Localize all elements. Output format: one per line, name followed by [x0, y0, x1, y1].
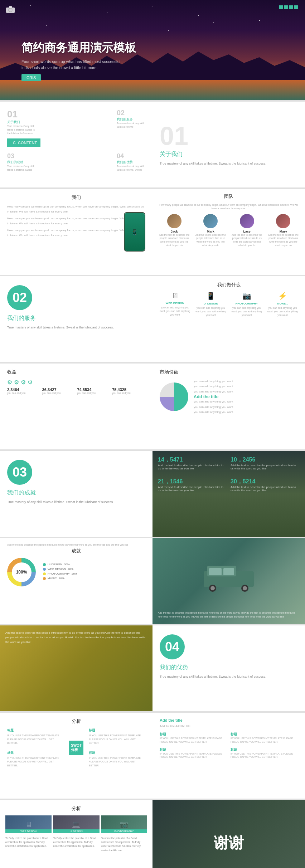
toc-slide: 01 关于我们 True masters of any skill takes …: [0, 102, 152, 187]
avatar-mark: [203, 214, 218, 228]
role-mary: Add the text to describe the people intr…: [267, 233, 300, 247]
swot-text-4: IF YOU USE THIS POWERPOINT TEMPLATE PLEA…: [89, 756, 145, 768]
add-title-slide: Add the title Add the title Add the titl…: [152, 713, 305, 799]
swot-text-1: IF YOU USE THIS POWERPOINT TEMPLATE PLEA…: [7, 734, 64, 745]
legend-web: WEB DESIGN 40%: [43, 567, 77, 571]
content-label: CONTENT: [18, 141, 37, 145]
photo-analysis-slide: 分析 🖥 WEB DESIGN 💻 UI DESIGN 📷 PHOTOGRAPH…: [0, 800, 152, 868]
stat-num-4: 30，5214: [231, 478, 300, 486]
advantage-circle-num: 04: [160, 634, 185, 659]
toc-desc-04: True masters of any skill takes a lifeti…: [117, 165, 145, 172]
photo-label-2: UI DESIGN: [53, 829, 99, 833]
service-text: True mastery of any skill takes a lifeti…: [7, 325, 145, 330]
legend-label-music: MUSIC: [48, 577, 57, 580]
team-slide: 团队 How many people we team up at our com…: [152, 189, 305, 275]
rev-icon-3: ⚙: [21, 379, 26, 386]
name-jack: Jack: [158, 230, 191, 233]
stat-3: 21，1546 Add the text to describe the peo…: [158, 478, 227, 492]
market-sub-3: you can add anything you want: [194, 410, 233, 415]
about-intro-slide: 01 关于我们 True mastery of any skill takes …: [152, 102, 305, 187]
swot-label-4: 标题: [89, 751, 145, 755]
rev-icon-1: ⚙: [7, 379, 12, 386]
team-intro: How many people we team up at our compan…: [158, 203, 300, 210]
teal-dots-decoration: [279, 5, 298, 9]
swot-text-2: IF YOU USE THIS POWERPOINT TEMPLATE PLEA…: [89, 734, 145, 745]
success-slide: Add the text to describe the people intr…: [0, 538, 152, 624]
row-bottom: 分析 🖥 WEB DESIGN 💻 UI DESIGN 📷 PHOTOGRAPH…: [0, 800, 305, 868]
swot-left-slide: 分析 标题 IF YOU USE THIS POWERPOINT TEMPLAT…: [0, 713, 152, 799]
advantage-text: True mastery of any skill takes a lifeti…: [160, 674, 298, 679]
rev-icon-4: ⚙: [28, 379, 33, 386]
add-label-3: 标题: [160, 747, 227, 752]
toc-desc-01: True masters of any skill takes a lifeti…: [7, 125, 36, 135]
stat-desc-4: Add the text to describe the people intr…: [231, 486, 300, 492]
services-list: 🖥 WEB DESIGN you can add anything you wa…: [160, 292, 298, 317]
revenue-slide: 收益 ⚙ ⚙ ⚙ ⚙ 2,3464 you can add you 36,342…: [0, 364, 152, 449]
webdesign-name: WEB DESIGN: [160, 302, 190, 305]
toc-num-04: 04: [117, 152, 145, 160]
add-item-4: 标题 IF YOU USE THIS POWERPOINT TEMPLATE P…: [231, 747, 298, 759]
content-box: C CONTENT: [7, 138, 40, 147]
achieve-title: 我们的成就: [7, 489, 145, 497]
row-10-11: 03 我们的成就 True mastery of any skill takes…: [0, 451, 305, 537]
role-mark: Add the text to describe the people intr…: [194, 233, 227, 247]
stat-2: 10，2456 Add the text to describe the peo…: [231, 456, 300, 470]
legend-dot-web: [43, 568, 46, 571]
donut-chart: 100%: [7, 558, 36, 586]
cris-button[interactable]: CRIS: [21, 74, 41, 81]
leaves-text: Add the text to describe this people int…: [0, 625, 152, 650]
toc-desc-02: True masters of any skill takes a lifeti…: [117, 122, 145, 129]
stat-desc-1: Add the text to describe the people intr…: [158, 464, 227, 470]
swot-badge-container: SWOT分析: [69, 741, 83, 755]
advantage-intro-slide: 04 我们的优势 True mastery of any skill takes…: [152, 625, 305, 711]
name-lacy: Lacy: [231, 230, 263, 233]
market-sub-2: you can add anything you want: [194, 405, 233, 410]
hero-slide: 简约商务通用演示模板 Four short words sum up what …: [0, 0, 305, 100]
market-labels: you can add anything you want you can ad…: [194, 379, 233, 394]
phone-screen: 📱: [125, 213, 145, 251]
stat-num-2: 10，2456: [231, 456, 300, 464]
stat-4: 30，5214 Add the text to describe the peo…: [231, 478, 300, 492]
thankyou-slide: 谢谢: [152, 800, 305, 868]
rev-label-2: you can add you: [42, 392, 76, 394]
hero-title: 简约商务通用演示模板: [21, 40, 136, 56]
member-mark: Mark Add the text to describe the people…: [194, 214, 227, 247]
van-shape: [200, 564, 257, 593]
member-lacy: Lacy Add the text to describe the people…: [231, 214, 263, 247]
service-photo: 📷 PHOTOGRAPHY you can add anything you w…: [232, 292, 262, 317]
stat-desc-2: Add the text to describe the people intr…: [231, 464, 300, 470]
avatar-lacy: [240, 214, 254, 228]
photo-name: PHOTOGRAPHY: [232, 302, 262, 305]
thankyou-text: 谢谢: [214, 833, 244, 853]
achieve-text: True mastery of any skill takes a lifeti…: [7, 499, 145, 504]
legend-dot-photo: [43, 572, 46, 575]
stat-num-1: 14，5471: [158, 456, 227, 464]
market-label-3: you can add anything you want: [194, 389, 233, 394]
uidesign-name: UI DESIGN: [195, 302, 226, 305]
about-big-num: 01: [160, 123, 298, 149]
service-uidesign: 📱 UI DESIGN you can add anything you wan…: [195, 292, 226, 317]
swot-item-1: 标题 IF YOU USE THIS POWERPOINT TEMPLATE P…: [7, 728, 64, 745]
hero-subtitle: Four short words sum up what has lifted …: [21, 59, 129, 70]
stat-desc-3: Add the text to describe the people intr…: [158, 486, 227, 492]
add-text-4: IF YOU USE THIS POWERPOINT TEMPLATE PLEA…: [231, 752, 298, 759]
toc-label-03: 我们的成就: [7, 160, 36, 165]
svg-rect-2: [9, 6, 12, 8]
whatwedo-slide: 我们做什么 🖥 WEB DESIGN you can add anything …: [152, 276, 305, 362]
stat-1: 14，5471 Add the text to describe the peo…: [158, 456, 227, 470]
add-title-text: Add the title: [160, 718, 298, 722]
row-6-7: 02 我们的服务 True mastery of any skill takes…: [0, 276, 305, 362]
webdesign-desc: you can add anything you want, you can a…: [160, 306, 190, 316]
rev-icon-2: ⚙: [14, 379, 19, 386]
svg-point-6: [210, 586, 215, 590]
toc-label-01: 关于我们: [7, 120, 36, 125]
team-grid: Jack Add the text to describe the people…: [158, 214, 300, 247]
rev-label-4: you can add you: [112, 392, 145, 394]
add-title-desc: Add the title Add the title: [160, 724, 298, 728]
revenue-icons: ⚙ ⚙ ⚙ ⚙: [7, 379, 145, 386]
team-heading: 团队: [158, 193, 300, 200]
leaves-slide: Add the text to describe this people int…: [0, 625, 152, 711]
bottom-text-1: To Fully realize the potential of a Good…: [5, 836, 52, 852]
row-8-9: 收益 ⚙ ⚙ ⚙ ⚙ 2,3464 you can add you 36,342…: [0, 364, 305, 449]
photo-analysis-heading: 分析: [5, 805, 147, 812]
